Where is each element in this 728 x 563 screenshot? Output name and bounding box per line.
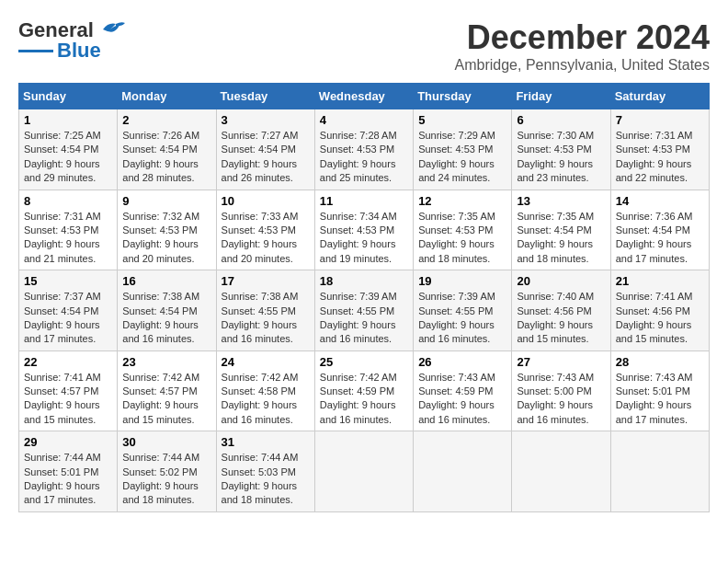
table-cell: 1Sunrise: 7:25 AMSunset: 4:54 PMDaylight… (19, 109, 118, 190)
table-cell: 3Sunrise: 7:27 AMSunset: 4:54 PMDaylight… (216, 109, 314, 190)
page-header: General Blue December 2024 Ambridge, Pen… (18, 18, 710, 74)
day-info: Sunrise: 7:44 AMSunset: 5:02 PMDaylight:… (122, 452, 199, 505)
day-number: 3 (222, 113, 310, 127)
day-info: Sunrise: 7:27 AMSunset: 4:54 PMDaylight:… (222, 130, 299, 183)
day-info: Sunrise: 7:36 AMSunset: 4:54 PMDaylight:… (616, 211, 693, 264)
table-cell (512, 431, 610, 512)
day-info: Sunrise: 7:43 AMSunset: 5:00 PMDaylight:… (517, 372, 594, 425)
day-number: 22 (24, 355, 112, 369)
day-number: 1 (24, 113, 112, 127)
day-info: Sunrise: 7:29 AMSunset: 4:53 PMDaylight:… (418, 130, 495, 183)
day-info: Sunrise: 7:31 AMSunset: 4:53 PMDaylight:… (24, 211, 101, 264)
table-cell: 27Sunrise: 7:43 AMSunset: 5:00 PMDayligh… (512, 350, 610, 431)
day-number: 28 (616, 355, 704, 369)
table-cell: 25Sunrise: 7:42 AMSunset: 4:59 PMDayligh… (314, 350, 413, 431)
day-number: 4 (320, 113, 408, 127)
day-info: Sunrise: 7:26 AMSunset: 4:54 PMDaylight:… (122, 130, 199, 183)
day-number: 27 (517, 355, 605, 369)
table-cell: 19Sunrise: 7:39 AMSunset: 4:55 PMDayligh… (414, 270, 512, 351)
calendar-row: 15Sunrise: 7:37 AMSunset: 4:54 PMDayligh… (19, 270, 710, 351)
table-cell: 21Sunrise: 7:41 AMSunset: 4:56 PMDayligh… (610, 270, 709, 351)
table-cell: 15Sunrise: 7:37 AMSunset: 4:54 PMDayligh… (19, 270, 118, 351)
day-number: 17 (222, 274, 310, 288)
day-info: Sunrise: 7:40 AMSunset: 4:56 PMDaylight:… (517, 291, 594, 344)
day-info: Sunrise: 7:37 AMSunset: 4:54 PMDaylight:… (24, 291, 101, 344)
day-number: 16 (122, 274, 210, 288)
table-cell: 10Sunrise: 7:33 AMSunset: 4:53 PMDayligh… (216, 190, 314, 270)
day-info: Sunrise: 7:39 AMSunset: 4:55 PMDaylight:… (320, 291, 397, 344)
table-cell: 14Sunrise: 7:36 AMSunset: 4:54 PMDayligh… (610, 190, 709, 270)
day-info: Sunrise: 7:28 AMSunset: 4:53 PMDaylight:… (320, 130, 397, 183)
day-info: Sunrise: 7:33 AMSunset: 4:53 PMDaylight:… (222, 211, 299, 264)
table-cell: 13Sunrise: 7:35 AMSunset: 4:54 PMDayligh… (512, 190, 610, 270)
location-text: Ambridge, Pennsylvania, United States (455, 57, 710, 74)
table-cell: 28Sunrise: 7:43 AMSunset: 5:01 PMDayligh… (610, 350, 709, 431)
day-number: 20 (517, 274, 605, 288)
day-number: 25 (320, 355, 408, 369)
day-number: 18 (320, 274, 408, 288)
col-tuesday: Tuesday (216, 84, 314, 109)
logo-text-blue: Blue (57, 39, 101, 63)
day-info: Sunrise: 7:30 AMSunset: 4:53 PMDaylight:… (517, 130, 594, 183)
title-block: December 2024 Ambridge, Pennsylvania, Un… (455, 18, 710, 74)
day-info: Sunrise: 7:38 AMSunset: 4:54 PMDaylight:… (122, 291, 199, 344)
table-cell: 22Sunrise: 7:41 AMSunset: 4:57 PMDayligh… (19, 350, 118, 431)
logo-bird-icon (96, 20, 125, 40)
table-cell: 30Sunrise: 7:44 AMSunset: 5:02 PMDayligh… (118, 431, 216, 512)
day-info: Sunrise: 7:32 AMSunset: 4:53 PMDaylight:… (122, 211, 199, 264)
day-number: 8 (24, 194, 112, 208)
day-number: 2 (122, 113, 210, 127)
day-info: Sunrise: 7:41 AMSunset: 4:56 PMDaylight:… (616, 291, 693, 344)
table-cell: 16Sunrise: 7:38 AMSunset: 4:54 PMDayligh… (118, 270, 216, 351)
day-info: Sunrise: 7:35 AMSunset: 4:53 PMDaylight:… (418, 211, 495, 264)
table-cell (314, 431, 413, 512)
table-cell: 7Sunrise: 7:31 AMSunset: 4:53 PMDaylight… (610, 109, 709, 190)
day-info: Sunrise: 7:39 AMSunset: 4:55 PMDaylight:… (418, 291, 495, 344)
table-cell: 26Sunrise: 7:43 AMSunset: 4:59 PMDayligh… (414, 350, 512, 431)
day-number: 29 (24, 435, 112, 449)
col-sunday: Sunday (19, 84, 118, 109)
day-number: 21 (616, 274, 704, 288)
day-info: Sunrise: 7:41 AMSunset: 4:57 PMDaylight:… (24, 372, 101, 425)
day-number: 13 (517, 194, 605, 208)
day-number: 19 (418, 274, 506, 288)
day-number: 5 (418, 113, 506, 127)
weekday-header-row: Sunday Monday Tuesday Wednesday Thursday… (19, 84, 710, 109)
table-cell: 18Sunrise: 7:39 AMSunset: 4:55 PMDayligh… (314, 270, 413, 351)
day-number: 24 (222, 355, 310, 369)
day-info: Sunrise: 7:44 AMSunset: 5:03 PMDaylight:… (222, 452, 299, 505)
month-title: December 2024 (455, 18, 710, 57)
day-info: Sunrise: 7:42 AMSunset: 4:58 PMDaylight:… (222, 372, 299, 425)
calendar-row: 1Sunrise: 7:25 AMSunset: 4:54 PMDaylight… (19, 109, 710, 190)
calendar-row: 29Sunrise: 7:44 AMSunset: 5:01 PMDayligh… (19, 431, 710, 512)
day-number: 15 (24, 274, 112, 288)
table-cell: 2Sunrise: 7:26 AMSunset: 4:54 PMDaylight… (118, 109, 216, 190)
day-number: 26 (418, 355, 506, 369)
table-cell: 23Sunrise: 7:42 AMSunset: 4:57 PMDayligh… (118, 350, 216, 431)
col-monday: Monday (118, 84, 216, 109)
day-info: Sunrise: 7:31 AMSunset: 4:53 PMDaylight:… (616, 130, 693, 183)
table-cell: 29Sunrise: 7:44 AMSunset: 5:01 PMDayligh… (19, 431, 118, 512)
table-cell (610, 431, 709, 512)
day-number: 7 (616, 113, 704, 127)
day-info: Sunrise: 7:44 AMSunset: 5:01 PMDaylight:… (24, 452, 101, 505)
table-cell: 9Sunrise: 7:32 AMSunset: 4:53 PMDaylight… (118, 190, 216, 270)
day-number: 6 (517, 113, 605, 127)
table-cell: 12Sunrise: 7:35 AMSunset: 4:53 PMDayligh… (414, 190, 512, 270)
col-saturday: Saturday (610, 84, 709, 109)
day-info: Sunrise: 7:43 AMSunset: 4:59 PMDaylight:… (418, 372, 495, 425)
day-info: Sunrise: 7:42 AMSunset: 4:59 PMDaylight:… (320, 372, 397, 425)
table-cell: 6Sunrise: 7:30 AMSunset: 4:53 PMDaylight… (512, 109, 610, 190)
day-info: Sunrise: 7:25 AMSunset: 4:54 PMDaylight:… (24, 130, 101, 183)
day-info: Sunrise: 7:42 AMSunset: 4:57 PMDaylight:… (122, 372, 199, 425)
logo: General Blue (18, 18, 125, 63)
day-info: Sunrise: 7:35 AMSunset: 4:54 PMDaylight:… (517, 211, 594, 264)
table-cell (414, 431, 512, 512)
table-cell: 4Sunrise: 7:28 AMSunset: 4:53 PMDaylight… (314, 109, 413, 190)
table-cell: 24Sunrise: 7:42 AMSunset: 4:58 PMDayligh… (216, 350, 314, 431)
day-number: 14 (616, 194, 704, 208)
day-number: 10 (222, 194, 310, 208)
col-wednesday: Wednesday (314, 84, 413, 109)
calendar-table: Sunday Monday Tuesday Wednesday Thursday… (18, 83, 710, 512)
table-cell: 20Sunrise: 7:40 AMSunset: 4:56 PMDayligh… (512, 270, 610, 351)
